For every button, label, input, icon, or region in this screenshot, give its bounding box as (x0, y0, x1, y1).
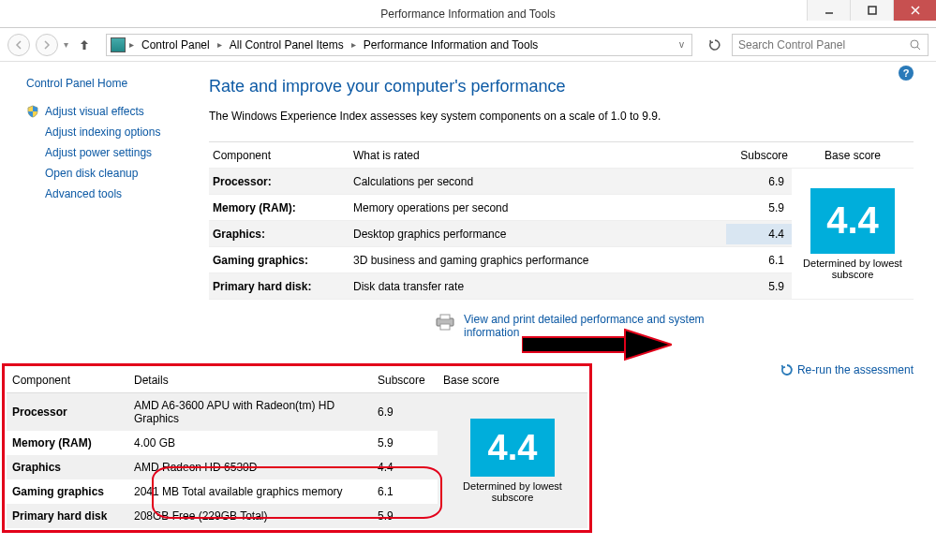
shield-icon (26, 105, 39, 118)
dr-detail: AMD A6-3600 APU with Radeon(tm) HD Graph… (128, 393, 372, 432)
base-score-block: 4.4 Determined by lowest subscore (792, 169, 914, 300)
row-score: 5.9 (726, 198, 792, 218)
sidebar-item-advanced[interactable]: Advanced tools (26, 187, 186, 200)
sidebar-item-power[interactable]: Adjust power settings (26, 146, 186, 159)
score-body: Processor: Calculations per second 6.9 M… (209, 169, 914, 300)
dr-score: 6.9 (372, 393, 438, 432)
detail-basescore-cell: 4.4 Determined by lowest subscore (438, 393, 587, 529)
header-what-rated: What is rated (349, 143, 726, 168)
page-subtitle: The Windows Experience Index assesses ke… (209, 110, 914, 123)
toolbar: ▾ ▸ Control Panel ▸ All Control Panel It… (0, 28, 936, 62)
dr-label: Memory (RAM) (7, 431, 128, 455)
sidebar-item-cleanup[interactable]: Open disk cleanup (26, 167, 186, 180)
dr-label: Primary hard disk (7, 504, 128, 528)
row-score: 6.9 (726, 171, 792, 192)
row-processor: Processor: Calculations per second 6.9 (209, 169, 792, 195)
dr-detail: AMD Radeon HD 6530D (128, 455, 372, 479)
row-graphics: Graphics: Desktop graphics performance 4… (209, 221, 792, 247)
determined-text: Determined by lowest subscore (792, 258, 914, 286)
score-rows: Processor: Calculations per second 6.9 M… (209, 169, 792, 300)
search-input[interactable] (738, 38, 909, 52)
printer-icon (434, 313, 456, 332)
window-controls (807, 0, 936, 21)
row-label: Gaming graphics: (209, 250, 349, 271)
detail-row-processor: Processor AMD A6-3600 APU with Radeon(tm… (7, 393, 587, 432)
breadcrumb-control-panel[interactable]: Control Panel (138, 38, 214, 52)
svg-rect-8 (440, 324, 450, 330)
dr-detail: 208GB Free (229GB Total) (128, 504, 372, 528)
breadcrumb-current[interactable]: Performance Information and Tools (360, 38, 542, 52)
row-desc: Memory operations per second (349, 198, 726, 218)
up-button[interactable] (74, 35, 95, 55)
dr-score: 5.9 (372, 431, 438, 455)
row-score: 4.4 (726, 224, 792, 244)
window-title: Performance Information and Tools (0, 7, 936, 21)
row-desc: Desktop graphics performance (349, 224, 726, 244)
svg-line-5 (917, 47, 920, 50)
detail-basescore-value: 4.4 (470, 419, 555, 477)
row-label: Memory (RAM): (209, 198, 349, 218)
refresh-button[interactable] (704, 34, 726, 56)
dh-details: Details (128, 368, 372, 393)
dr-detail: 2041 MB Total available graphics memory (128, 479, 372, 504)
detail-table: Component Details Subscore Base score Pr… (7, 368, 587, 528)
sidebar-item-label: Advanced tools (45, 187, 122, 200)
dr-detail: 4.00 GB (128, 431, 372, 455)
dr-label: Graphics (7, 455, 128, 479)
dr-score: 6.1 (372, 479, 438, 504)
dr-score: 5.9 (372, 504, 438, 528)
title-bar: Performance Information and Tools (0, 0, 936, 28)
dh-basescore: Base score (438, 368, 587, 393)
back-button[interactable] (7, 34, 30, 56)
help-icon[interactable]: ? (899, 66, 914, 81)
svg-rect-7 (440, 315, 450, 319)
detail-determined-text: Determined by lowest subscore (438, 480, 587, 510)
close-button[interactable] (893, 0, 936, 21)
breadcrumb[interactable]: ▸ Control Panel ▸ All Control Panel Item… (106, 34, 692, 56)
dh-component: Component (7, 368, 128, 393)
detail-header-row: Component Details Subscore Base score (7, 368, 587, 393)
breadcrumb-all-items[interactable]: All Control Panel Items (226, 38, 348, 52)
breadcrumb-separator: ▸ (351, 39, 356, 50)
page-heading: Rate and improve your computer's perform… (209, 77, 914, 96)
dr-label: Processor (7, 393, 128, 432)
row-hdd: Primary hard disk: Disk data transfer ra… (209, 273, 792, 300)
row-label: Processor: (209, 171, 349, 192)
header-component: Component (209, 143, 349, 168)
sidebar-item-indexing[interactable]: Adjust indexing options (26, 125, 186, 139)
row-gaming: Gaming graphics: 3D business and gaming … (209, 247, 792, 273)
folder-icon (111, 37, 126, 52)
view-print-link[interactable]: View and print detailed performance and … (464, 313, 707, 339)
dh-subscore: Subscore (372, 368, 438, 393)
dr-label: Gaming graphics (7, 479, 128, 504)
history-dropdown-icon[interactable]: ▾ (64, 39, 68, 50)
row-desc: 3D business and gaming graphics performa… (349, 250, 726, 271)
control-panel-home-link[interactable]: Control Panel Home (26, 77, 186, 90)
search-icon (909, 38, 922, 52)
header-basescore: Base score (792, 145, 914, 166)
score-table: Component What is rated Subscore Base sc… (209, 141, 914, 300)
sidebar-item-label: Adjust visual effects (45, 105, 144, 118)
row-desc: Disk data transfer rate (349, 276, 726, 297)
breadcrumb-dropdown-icon[interactable]: v (676, 39, 688, 50)
detail-panel: Component Details Subscore Base score Pr… (2, 363, 592, 533)
row-desc: Calculations per second (349, 171, 726, 192)
minimize-button[interactable] (807, 0, 850, 21)
sidebar-item-label: Adjust power settings (45, 146, 152, 159)
maximize-button[interactable] (850, 0, 893, 21)
sidebar-item-label: Adjust indexing options (45, 125, 160, 139)
row-score: 5.9 (726, 276, 792, 297)
search-box[interactable] (732, 34, 929, 56)
breadcrumb-separator: ▸ (129, 39, 134, 50)
sidebar-item-visual-effects[interactable]: Adjust visual effects (26, 105, 186, 118)
row-score: 6.1 (726, 250, 792, 271)
dr-score: 4.4 (372, 455, 438, 479)
forward-button[interactable] (36, 34, 58, 56)
view-print-row: View and print detailed performance and … (209, 313, 914, 339)
row-label: Primary hard disk: (209, 276, 349, 297)
score-header-row: Component What is rated Subscore Base sc… (209, 142, 914, 169)
rerun-link[interactable]: Re-run the assessment (797, 363, 914, 376)
breadcrumb-separator: ▸ (217, 39, 222, 50)
svg-point-4 (911, 40, 918, 48)
svg-rect-1 (869, 7, 876, 14)
